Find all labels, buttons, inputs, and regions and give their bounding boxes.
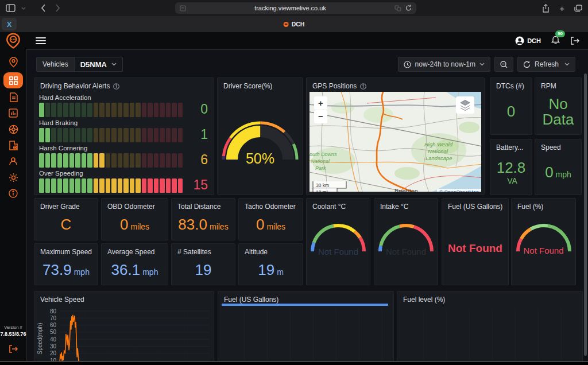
refresh-button[interactable]: Refresh <box>517 57 575 72</box>
panel-total-distance: Total Distance 83.0miles <box>171 198 235 240</box>
behavior-row-label: Hard Braking <box>39 119 183 126</box>
dashboard-scrollbar[interactable] <box>584 73 587 356</box>
behavior-row-label: Over Speeding <box>39 170 183 177</box>
svg-text:50: 50 <box>50 329 57 335</box>
panel-title: DTCs (#) <box>496 82 524 90</box>
panel-tacho-odometer: Tacho Odometer 0miles <box>238 198 303 240</box>
svg-text:Landscape: Landscape <box>425 155 452 161</box>
app-logo[interactable] <box>0 32 26 49</box>
map-attribution-link[interactable]: © OpenStreetMap <box>439 189 479 192</box>
chevron-down-icon <box>564 63 570 66</box>
panel-title: Driver Grade <box>40 203 80 211</box>
behavior-row-label: Hard Acceleration <box>39 94 183 101</box>
version-info: Version # 7.8.53/8.76 <box>0 325 26 337</box>
dtcs-value: 0 <box>507 104 515 119</box>
translate-icon[interactable] <box>394 5 401 11</box>
back-button[interactable] <box>41 4 46 12</box>
total-distance-unit: miles <box>210 223 229 231</box>
rpm-value: No Data <box>540 96 576 128</box>
app-header: DCH 90 <box>0 32 588 49</box>
panel-driver-grade: Driver Grade C <box>34 198 98 240</box>
url-text[interactable]: tracking.viewmelive.co.uk <box>186 5 394 11</box>
new-tab-icon[interactable]: + <box>559 3 564 13</box>
tab-overview-icon[interactable] <box>574 5 582 12</box>
panel-driver-score: Driver Score(%) 50% <box>217 77 303 195</box>
fuel-gallons-series-line <box>222 304 388 306</box>
svg-text:National: National <box>311 158 330 164</box>
driver-grade-value: C <box>61 217 72 232</box>
forward-button[interactable] <box>55 4 60 12</box>
notifications-button[interactable]: 90 <box>551 35 560 46</box>
dashboards-grid-icon <box>9 76 18 85</box>
vehicles-value[interactable]: D5NMA <box>75 57 122 71</box>
reader-icon[interactable] <box>180 5 186 11</box>
panel-fuel-percent: Fuel (%) Not Found <box>511 198 576 285</box>
panel-vehicle-speed-chart: Vehicle Speed 8070605040302010Speed(mph) <box>34 291 214 365</box>
menu-toggle-button[interactable] <box>36 37 46 44</box>
gps-map[interactable]: South Downs National Park High Weald Nat… <box>310 92 481 192</box>
panel-title: Total Distance <box>177 203 220 211</box>
user-menu[interactable]: DCH <box>515 36 541 45</box>
behavior-row-label: Harsh Cornering <box>39 145 183 152</box>
info-icon[interactable] <box>113 83 119 90</box>
behavior-row-value: 6 <box>183 152 208 168</box>
sidebar-item-info-icon[interactable] <box>0 189 26 198</box>
sidebar-item-users-icon[interactable] <box>0 157 26 166</box>
intake-status: Not Found <box>374 247 438 257</box>
panel-title: Driver Score(%) <box>223 82 272 90</box>
panel-title: Speed <box>541 143 561 152</box>
chart-grid <box>401 309 579 365</box>
panel-rpm: RPM No Data <box>535 77 582 135</box>
behavior-row: Hard Acceleration0 <box>34 94 214 117</box>
sidebar-item-map-pin-icon[interactable] <box>0 57 26 68</box>
panel-title: Coolant °C <box>312 203 346 211</box>
altitude-value: 19 <box>258 262 274 278</box>
svg-text:80: 80 <box>50 308 57 314</box>
tab-title: DCH <box>292 21 305 28</box>
sidebar-toggle-icon[interactable] <box>6 4 16 12</box>
tacho-odometer-value: 0 <box>256 217 264 232</box>
sign-out-button[interactable] <box>570 36 580 45</box>
behavior-row-value: 0 <box>183 102 208 117</box>
zoom-out-time-button[interactable] <box>494 57 513 72</box>
address-bar[interactable]: tracking.viewmelive.co.uk <box>175 2 416 14</box>
sidebar-item-settings-icon[interactable] <box>0 173 26 182</box>
map-label-high-weald: High Weald <box>424 141 453 147</box>
behavior-bar-gauge <box>39 178 183 193</box>
sidebar-item-dashboards-active[interactable] <box>3 72 23 88</box>
panel-title: Fuel (US Gallons) <box>448 203 502 211</box>
panel-obd-odometer: OBD Odometer 0miles <box>101 198 168 240</box>
svg-text:Park: Park <box>315 165 326 171</box>
browser-toolbar: tracking.viewmelive.co.uk + <box>0 0 588 16</box>
svg-text:30: 30 <box>50 343 57 350</box>
active-tab[interactable]: DCH <box>284 16 305 32</box>
svg-text:20: 20 <box>50 350 57 356</box>
sidebar-item-analytics-icon[interactable] <box>0 108 26 118</box>
battery-value: 12.8 <box>497 160 526 176</box>
behavior-row-value: 15 <box>183 177 208 193</box>
coolant-status: Not Found <box>307 247 370 257</box>
driver-score-value: 50% <box>218 150 303 167</box>
obd-odometer-value: 0 <box>120 217 128 232</box>
sidebar-item-reports-icon[interactable] <box>0 92 26 102</box>
close-tab-button[interactable]: X <box>2 18 17 30</box>
total-distance-value: 83.0 <box>178 217 207 232</box>
svg-text:60: 60 <box>50 322 57 328</box>
panel-title: Fuel (%) <box>517 203 543 211</box>
panel-title: Battery... <box>496 143 523 152</box>
average-speed-value: 36.1 <box>111 262 141 278</box>
reload-icon[interactable] <box>405 5 412 11</box>
sidebar-item-explore-icon[interactable] <box>0 125 26 134</box>
chevron-down-icon[interactable] <box>21 7 26 10</box>
sidebar-item-admin-reports-icon[interactable] <box>0 141 26 150</box>
panel-title: Maximum Speed <box>40 248 92 256</box>
panel-gps-positions: GPS Positions <box>306 77 485 195</box>
vehicles-variable-picker[interactable]: Vehicles D5NMA <box>36 57 123 72</box>
info-icon[interactable] <box>360 83 366 90</box>
svg-text:Speed(mph): Speed(mph) <box>37 323 43 354</box>
share-icon[interactable] <box>542 4 550 13</box>
time-range-picker[interactable]: now-24h to now-1m <box>398 57 490 72</box>
vehicle-speed-chart[interactable]: 8070605040302010Speed(mph) <box>34 292 214 365</box>
sidebar-logout-icon[interactable] <box>0 344 26 354</box>
chart-grid <box>222 309 390 365</box>
